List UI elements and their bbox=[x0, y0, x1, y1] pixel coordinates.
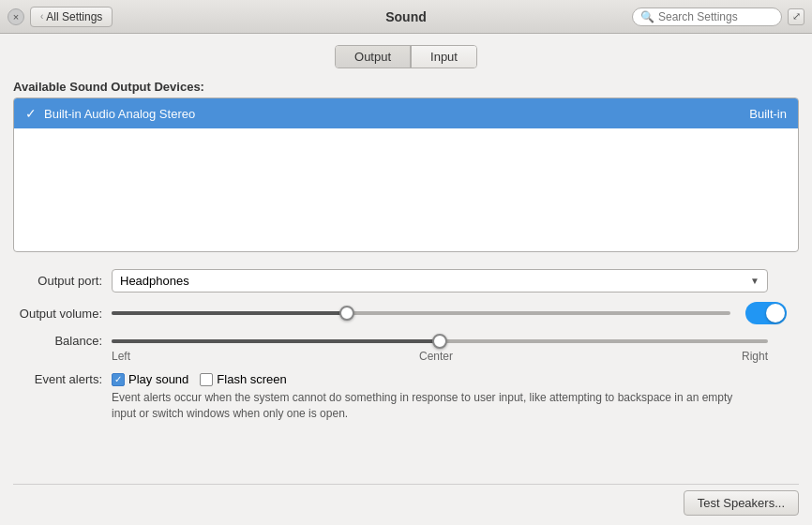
output-port-row: Output port: Headphones ▼ bbox=[13, 269, 799, 292]
volume-slider[interactable] bbox=[112, 311, 730, 315]
toggle-thumb bbox=[766, 304, 785, 322]
checkboxes-row: ✓ Play sound Flash screen bbox=[112, 372, 759, 386]
close-button[interactable]: × bbox=[8, 8, 24, 25]
selected-check-icon: ✓ bbox=[25, 106, 37, 121]
balance-section: Balance: Left Center Right bbox=[13, 334, 799, 363]
output-volume-control bbox=[112, 302, 799, 324]
output-port-label: Output port: bbox=[13, 274, 112, 288]
device-item[interactable]: ✓ Built-in Audio Analog Stereo Built-in bbox=[14, 98, 798, 128]
volume-slider-track bbox=[112, 311, 730, 315]
balance-left-label: Left bbox=[112, 350, 130, 363]
balance-slider-fill bbox=[112, 339, 440, 343]
balance-labels: Left Center Right bbox=[112, 350, 768, 363]
tab-output[interactable]: Output bbox=[336, 46, 411, 68]
devices-section: Available Sound Output Devices: ✓ Built-… bbox=[13, 80, 799, 252]
expand-button[interactable]: ⤢ bbox=[788, 8, 804, 25]
tab-group: Output Input bbox=[335, 45, 477, 68]
event-alerts-label: Event alerts: bbox=[13, 372, 112, 386]
device-tag: Built-in bbox=[749, 107, 787, 121]
device-list: ✓ Built-in Audio Analog Stereo Built-in bbox=[13, 98, 799, 252]
play-sound-label: Play sound bbox=[128, 372, 188, 386]
balance-row: Balance: bbox=[13, 334, 799, 348]
balance-center-label: Center bbox=[419, 350, 453, 363]
play-sound-checkbox[interactable]: ✓ Play sound bbox=[112, 372, 188, 386]
titlebar-left: × ‹ All Settings bbox=[8, 7, 113, 27]
search-icon: 🔍 bbox=[640, 10, 654, 23]
event-alerts-description: Event alerts occur when the system canno… bbox=[112, 390, 759, 422]
expand-icon: ⤢ bbox=[792, 10, 801, 22]
volume-slider-thumb[interactable] bbox=[339, 306, 354, 321]
balance-label: Balance: bbox=[13, 334, 112, 348]
flash-screen-label: Flash screen bbox=[217, 372, 286, 386]
output-port-value: Headphones ▼ bbox=[112, 269, 799, 292]
flash-screen-checkbox-box[interactable] bbox=[200, 373, 213, 386]
event-alerts-row: Event alerts: ✓ Play sound Flash screen … bbox=[13, 372, 799, 422]
volume-toggle[interactable] bbox=[745, 302, 787, 324]
test-speakers-button[interactable]: Test Speakers... bbox=[684, 490, 799, 516]
controls: Output port: Headphones ▼ Output volume: bbox=[13, 262, 799, 422]
flash-screen-checkbox[interactable]: Flash screen bbox=[200, 372, 286, 386]
dropdown-arrow-icon: ▼ bbox=[750, 276, 759, 286]
all-settings-label: All Settings bbox=[46, 10, 102, 23]
balance-right-label: Right bbox=[742, 350, 768, 363]
window-title: Sound bbox=[385, 9, 427, 24]
search-input[interactable] bbox=[658, 10, 771, 23]
titlebar-right: 🔍 ⤢ bbox=[632, 8, 804, 26]
device-name: Built-in Audio Analog Stereo bbox=[44, 107, 195, 121]
devices-section-label: Available Sound Output Devices: bbox=[13, 80, 799, 94]
back-icon: ‹ bbox=[40, 11, 43, 22]
output-port-dropdown[interactable]: Headphones ▼ bbox=[112, 269, 768, 292]
all-settings-button[interactable]: ‹ All Settings bbox=[30, 7, 113, 27]
output-volume-label: Output volume: bbox=[13, 307, 112, 321]
tab-bar: Output Input bbox=[13, 45, 799, 68]
output-port-selected: Headphones bbox=[120, 274, 189, 288]
close-icon: × bbox=[13, 11, 19, 22]
titlebar: × ‹ All Settings Sound 🔍 ⤢ bbox=[0, 0, 812, 34]
search-box[interactable]: 🔍 bbox=[632, 8, 782, 26]
balance-slider-thumb[interactable] bbox=[432, 334, 447, 349]
main-content: Output Input Available Sound Output Devi… bbox=[0, 34, 812, 525]
play-sound-checkbox-box[interactable]: ✓ bbox=[112, 373, 125, 386]
balance-control bbox=[112, 339, 799, 343]
event-alerts-controls: ✓ Play sound Flash screen Event alerts o… bbox=[112, 372, 759, 422]
volume-slider-fill bbox=[112, 311, 347, 315]
bottom-bar: Test Speakers... bbox=[13, 484, 799, 516]
play-sound-check-icon: ✓ bbox=[114, 374, 122, 384]
tab-input[interactable]: Input bbox=[411, 46, 476, 68]
balance-slider[interactable] bbox=[112, 339, 768, 343]
balance-slider-track bbox=[112, 339, 768, 343]
device-item-left: ✓ Built-in Audio Analog Stereo bbox=[25, 106, 195, 121]
output-volume-row: Output volume: bbox=[13, 302, 799, 324]
